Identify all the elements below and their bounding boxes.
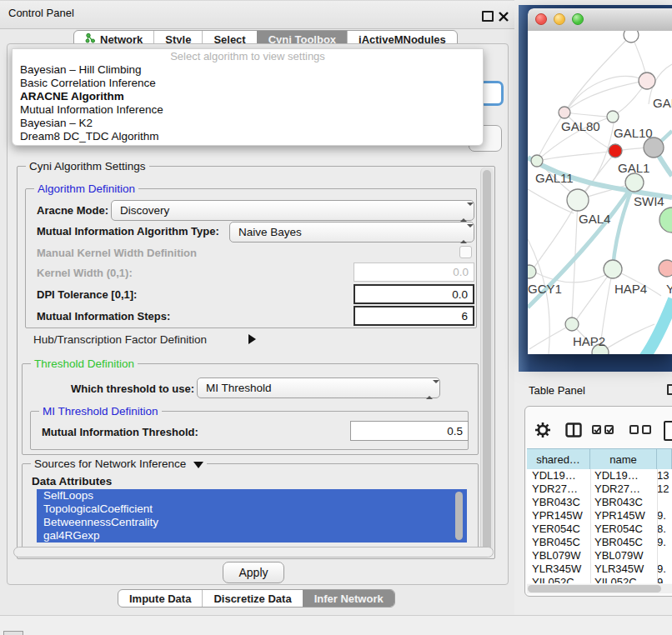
collapsed-panel-button[interactable] <box>3 631 23 635</box>
edge-line[interactable] <box>534 272 605 282</box>
cell-value[interactable]: 9. <box>657 576 672 583</box>
cell-name[interactable]: YER054C <box>590 522 657 536</box>
edge-line[interactable] <box>529 324 572 349</box>
list-scrollbar-thumb[interactable] <box>455 492 463 540</box>
cell-shared-name[interactable]: YLR345W <box>527 562 590 576</box>
close-traffic-light-icon[interactable] <box>535 13 547 25</box>
zoom-traffic-light-icon[interactable] <box>572 13 584 25</box>
checked-checkbox-icon[interactable] <box>592 425 601 434</box>
edge-line[interactable] <box>534 200 578 268</box>
settings-hscrollbar[interactable] <box>13 547 494 558</box>
edge-line[interactable] <box>564 81 644 112</box>
table-hscrollbar-thumb[interactable] <box>528 585 661 592</box>
network-node[interactable] <box>624 31 639 42</box>
table-row[interactable]: YBL079W YBL079W <box>527 549 672 562</box>
table-row[interactable]: YER054C YER054C 8. <box>527 522 672 536</box>
network-node[interactable] <box>567 189 589 211</box>
unchecked-checkbox-icon[interactable] <box>629 425 639 434</box>
column-header-shared-name[interactable]: shared… <box>527 449 590 469</box>
mi-steps-field[interactable]: 6 <box>354 306 474 326</box>
cell-shared-name[interactable]: YDL19… <box>527 469 590 482</box>
mi-algorithm-type-select[interactable]: Naive Bayes <box>229 222 474 242</box>
table-row[interactable]: YDL19… YDL19… 13 <box>527 469 672 482</box>
cell-shared-name[interactable]: YDR27… <box>527 482 590 496</box>
cell-name[interactable]: YBR045C <box>590 536 657 549</box>
cell-shared-name[interactable]: YER054C <box>527 522 590 536</box>
network-window-titlebar[interactable] <box>528 8 672 32</box>
network-node[interactable] <box>607 111 619 122</box>
table-row[interactable]: YIL052C YIL052C 9. <box>527 576 672 583</box>
new-table-icon[interactable] <box>664 421 672 441</box>
network-node[interactable] <box>528 265 536 278</box>
table-body[interactable]: YDL19… YDL19… 13 YDR27… YDR27… 12 YBR043… <box>527 469 672 583</box>
cell-name[interactable]: YDL19… <box>590 469 657 482</box>
expand-arrow-icon[interactable] <box>248 334 256 344</box>
collapse-arrow-icon[interactable] <box>193 462 203 468</box>
network-node[interactable] <box>659 208 672 232</box>
dropdown-item[interactable]: Bayesian – Hill Climbing <box>13 63 483 77</box>
show-columns-icon[interactable] <box>565 422 582 441</box>
network-view-window[interactable]: GAL GAL80 GAL10 GAL1 GAL11 SWI4 GAL4 GCY… <box>528 8 672 354</box>
cell-name[interactable]: YLR345W <box>590 562 657 576</box>
cell-value[interactable]: 9. <box>657 509 672 522</box>
aracne-mode-select[interactable]: Discovery <box>111 200 474 221</box>
column-header-name[interactable]: name <box>590 449 657 469</box>
cell-value[interactable]: 12 <box>657 482 672 496</box>
network-node[interactable] <box>531 155 543 167</box>
cell-shared-name[interactable]: YBR045C <box>527 536 590 549</box>
cell-shared-name[interactable]: YPR145W <box>527 509 590 522</box>
table-row[interactable]: YLR345W YLR345W 9. <box>527 562 672 576</box>
network-node[interactable] <box>559 107 570 118</box>
tab-impute-data[interactable]: Impute Data <box>118 590 202 607</box>
cell-value[interactable] <box>657 549 672 562</box>
cell-value[interactable]: 13 <box>657 469 672 482</box>
network-node[interactable] <box>604 260 622 278</box>
cell-value[interactable]: 8. <box>657 522 672 536</box>
table-row[interactable]: YBR045C YBR045C 9. <box>527 536 672 549</box>
cell-name[interactable]: YIL052C <box>590 576 657 583</box>
edge-line[interactable] <box>537 152 609 161</box>
unchecked-checkbox-icon[interactable] <box>642 425 651 434</box>
checked-checkbox-icon[interactable] <box>604 425 614 434</box>
edge-line[interactable] <box>564 112 607 117</box>
network-node[interactable] <box>644 138 664 158</box>
edge-line[interactable] <box>568 77 647 109</box>
float-window-icon[interactable] <box>482 11 494 22</box>
table-row[interactable]: YPR145W YPR145W 9. <box>527 509 672 522</box>
list-item[interactable]: TopologicalCoefficient <box>37 502 467 516</box>
table-row[interactable]: YBR043C YBR043C <box>527 496 672 509</box>
table-panel-float-icon[interactable] <box>667 384 672 395</box>
network-node[interactable] <box>659 260 672 277</box>
network-node[interactable] <box>639 72 655 89</box>
network-node[interactable] <box>625 173 644 192</box>
dpi-tolerance-field[interactable]: 0.0 <box>354 284 474 304</box>
tab-discretize-data[interactable]: Discretize Data <box>202 590 302 607</box>
which-threshold-select[interactable]: MI Threshold <box>197 378 440 398</box>
network-node-red[interactable] <box>609 144 622 158</box>
cell-shared-name[interactable]: YBR043C <box>527 496 590 509</box>
data-attributes-list[interactable]: SelfLoops TopologicalCoefficient Between… <box>37 489 467 542</box>
cell-shared-name[interactable]: YBL079W <box>527 549 590 562</box>
dropdown-item-highlighted[interactable]: ARACNE Algorithm <box>13 90 483 103</box>
list-item[interactable]: gal4RGexp <box>37 529 467 542</box>
column-header-clipped[interactable] <box>657 449 672 469</box>
manual-kernel-width-checkbox[interactable] <box>459 246 472 258</box>
table-row[interactable]: YDR27… YDR27… 12 <box>527 482 672 496</box>
cell-value[interactable] <box>657 496 672 509</box>
dropdown-item[interactable]: Basic Correlation Inference <box>13 77 483 90</box>
network-canvas[interactable]: GAL GAL80 GAL10 GAL1 GAL11 SWI4 GAL4 GCY… <box>528 31 672 354</box>
apply-button[interactable]: Apply <box>223 562 284 583</box>
cell-value[interactable]: 9. <box>657 536 672 549</box>
network-node[interactable] <box>565 318 579 331</box>
kernel-width-field[interactable]: 0.0 <box>354 262 474 282</box>
cell-name[interactable]: YBL079W <box>590 549 657 562</box>
cell-name[interactable]: YPR145W <box>590 509 657 522</box>
close-icon[interactable] <box>499 10 509 20</box>
table-settings-gear-icon[interactable] <box>534 422 551 442</box>
dropdown-item[interactable]: Dream8 DC_TDC Algorithm <box>13 130 483 143</box>
settings-scrollbar-thumb[interactable] <box>483 170 491 552</box>
dropdown-item[interactable]: Mutual Information Inference <box>13 103 483 117</box>
cell-name[interactable]: YDR27… <box>590 482 657 496</box>
tab-infer-network[interactable]: Infer Network <box>303 590 394 607</box>
cell-value[interactable]: 9. <box>657 562 672 576</box>
